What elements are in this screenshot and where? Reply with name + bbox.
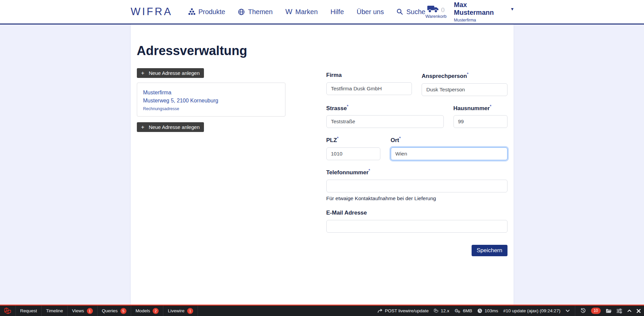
debugbar-tab-request[interactable]: Request (15, 306, 41, 316)
nav-item-label: Über uns (357, 8, 384, 16)
required-asterisk: * (467, 72, 469, 77)
required-asterisk: * (337, 136, 339, 141)
plus-icon: + (141, 124, 145, 130)
debugbar-tab-queries[interactable]: Queries 5 (97, 306, 131, 316)
add-address-label: Neue Adresse anlegen (149, 70, 200, 76)
memory-text: 6MB (463, 308, 472, 313)
framework-version: 12.x (434, 308, 449, 313)
tab-label: Request (20, 308, 37, 313)
firma-input[interactable] (326, 82, 412, 95)
history-icon[interactable] (580, 308, 586, 314)
field-email: E-Mail Adresse (326, 210, 507, 233)
field-label-strasse: Strasse* (326, 104, 444, 112)
livewire-count-badge: 1 (187, 308, 193, 314)
clock-icon (477, 308, 482, 313)
field-ansprechperson: Ansprechperson* (422, 72, 507, 96)
laravel-version-icon (434, 308, 438, 313)
content-columns: + Neue Adresse anlegen Musterfirma Muste… (137, 68, 507, 256)
required-asterisk: * (490, 104, 491, 109)
nav-item-label: Suche (406, 8, 425, 16)
nav-item-hilfe[interactable]: Hilfe (330, 8, 344, 16)
field-label-hausnummer: Hausnummer* (453, 104, 507, 112)
hausnummer-input[interactable] (453, 115, 507, 128)
nav-item-marken[interactable]: W Marken (285, 8, 318, 16)
debugbar-status: POST livewire/update 12.x ⚙⚙ 6MB 103ms #… (377, 306, 644, 316)
tab-label: Models (136, 308, 150, 313)
search-icon (396, 8, 403, 15)
user-menu[interactable]: Max Mustermann ▾ Musterfirma (454, 1, 513, 22)
truck-icon (427, 5, 439, 13)
strasse-input[interactable] (326, 115, 444, 128)
ansprechperson-input[interactable] (422, 83, 507, 96)
address-name: Musterfirma (143, 90, 279, 96)
plz-input[interactable] (326, 147, 380, 160)
field-label-firma: Firma (326, 72, 412, 79)
content-card: Adressverwaltung + Neue Adresse anlegen … (131, 25, 514, 305)
address-card[interactable]: Musterfirma Musterweg 5, 2100 Korneuburg… (137, 83, 285, 117)
laravel-debugbar: Request Timeline Views 1 Queries 5 Model… (0, 305, 644, 316)
top-navigation: WIFRA Produkte Themen (0, 0, 644, 25)
nav-item-ueber-uns[interactable]: Über uns (357, 8, 384, 16)
settings-sliders-icon[interactable] (616, 308, 622, 314)
nav-item-label: Themen (248, 8, 272, 16)
page-title: Adressverwaltung (137, 25, 507, 58)
add-address-label: Neue Adresse anlegen (149, 124, 200, 130)
request-method-text: POST livewire/update (385, 308, 429, 313)
history-count-badge[interactable]: 10 (591, 308, 601, 314)
field-plz: PLZ* (326, 136, 380, 160)
field-label-telefonnummer: Telefonnummer* (326, 168, 507, 176)
debugbar-tab-livewire[interactable]: Livewire 1 (163, 306, 198, 316)
folder-icon[interactable] (606, 309, 611, 313)
nav-inner: WIFRA Produkte Themen (131, 0, 514, 24)
debugbar-tab-views[interactable]: Views 1 (67, 306, 97, 316)
plus-icon: + (141, 70, 145, 76)
nav-item-suche[interactable]: Suche (396, 8, 425, 16)
models-count-badge: 2 (153, 308, 159, 314)
save-button[interactable]: Speichern (472, 245, 507, 256)
ort-input[interactable] (391, 147, 507, 160)
brand-w-icon: W (285, 8, 292, 15)
share-arrow-icon (377, 308, 383, 313)
nav-links: Produkte Themen W Marken Hilfe Über uns (189, 8, 425, 16)
wifra-logo[interactable]: WIFRA (131, 6, 173, 18)
debugbar-tab-timeline[interactable]: Timeline (41, 306, 67, 316)
address-list-column: + Neue Adresse anlegen Musterfirma Muste… (137, 68, 285, 256)
cart-button[interactable]: 0 Warenkorb (425, 5, 446, 19)
nav-item-label: Hilfe (330, 8, 344, 16)
globe-icon (238, 8, 245, 15)
email-input[interactable] (326, 220, 507, 233)
field-label-ansprechperson: Ansprechperson* (422, 72, 507, 80)
close-icon[interactable] (637, 309, 641, 313)
nav-item-produkte[interactable]: Produkte (189, 8, 225, 16)
required-asterisk: * (347, 104, 348, 109)
duration-text: 103ms (485, 308, 498, 313)
tab-label: Views (72, 308, 84, 313)
required-asterisk: * (369, 168, 370, 173)
request-label: #10 update (ajax) (09:24:27) (503, 308, 560, 313)
required-asterisk: * (399, 136, 401, 141)
nav-item-themen[interactable]: Themen (238, 8, 272, 16)
current-request-selector[interactable]: #10 update (ajax) (09:24:27) (503, 308, 560, 313)
tab-label: Queries (102, 308, 118, 313)
add-address-button-bottom[interactable]: + Neue Adresse anlegen (137, 122, 204, 132)
telefonnummer-input[interactable] (326, 180, 507, 192)
memory-usage: ⚙⚙ 6MB (454, 308, 472, 314)
chevron-down-icon: ▾ (511, 6, 514, 11)
user-name: Max Mustermann (454, 1, 508, 16)
field-firma: Firma (326, 72, 412, 96)
add-address-button-top[interactable]: + Neue Adresse anlegen (137, 68, 204, 78)
field-label-email: E-Mail Adresse (326, 210, 507, 216)
request-method-status: POST livewire/update (377, 308, 429, 313)
page-background: Adressverwaltung + Neue Adresse anlegen … (0, 25, 644, 305)
tab-label: Timeline (46, 308, 63, 313)
field-label-ort: Ort* (391, 136, 507, 144)
field-label-plz: PLZ* (326, 136, 380, 144)
laravel-logo-icon[interactable] (0, 306, 15, 316)
field-telefonnummer: Telefonnummer* Für etwaige Kontaktaufnah… (326, 168, 507, 201)
chevron-down-icon[interactable] (566, 309, 570, 313)
address-type-badge: Rechnungsadresse (143, 106, 279, 111)
debugbar-divider (575, 306, 575, 316)
field-hausnummer: Hausnummer* (453, 104, 507, 128)
chevron-up-icon[interactable] (627, 309, 632, 313)
debugbar-tab-models[interactable]: Models 2 (131, 306, 163, 316)
